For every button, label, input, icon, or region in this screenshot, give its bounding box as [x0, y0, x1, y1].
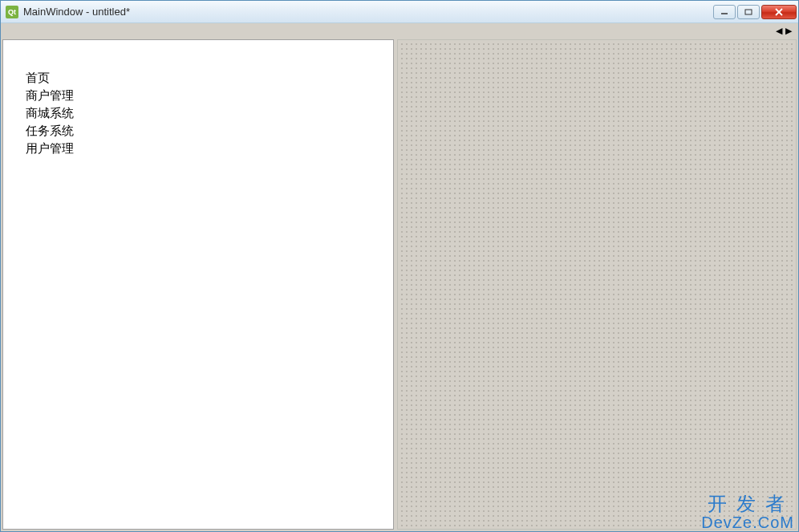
titlebar[interactable]: Qt MainWindow - untitled* [1, 1, 798, 23]
close-button[interactable] [761, 5, 797, 19]
window-title: MainWindow - untitled* [23, 6, 713, 18]
menu-list: 首页 商户管理 商城系统 任务系统 用户管理 [26, 69, 393, 157]
tab-scroll-right-icon[interactable]: ▶ [785, 26, 792, 35]
menu-item-user-management[interactable]: 用户管理 [26, 140, 393, 157]
qt-app-icon: Qt [6, 6, 18, 18]
menu-item-task-system[interactable]: 任务系统 [26, 122, 393, 140]
close-icon [774, 8, 784, 16]
content-row: 首页 商户管理 商城系统 任务系统 用户管理 [2, 25, 797, 530]
maximize-button[interactable] [737, 5, 760, 19]
maximize-icon [744, 9, 752, 15]
menu-item-mall-system[interactable]: 商城系统 [26, 104, 393, 122]
window-frame: Qt MainWindow - untitled* ◀ ▶ 首页 [0, 0, 799, 532]
left-panel: 首页 商户管理 商城系统 任务系统 用户管理 [2, 39, 394, 530]
menu-item-merchant-management[interactable]: 商户管理 [26, 87, 393, 104]
svg-rect-1 [745, 10, 752, 14]
tab-scroll-left-icon[interactable]: ◀ [776, 26, 782, 35]
right-panel-designer[interactable] [397, 39, 797, 530]
window-controls [713, 5, 797, 19]
minimize-icon [720, 9, 728, 15]
client-area: ◀ ▶ 首页 商户管理 商城系统 任务系统 用户管理 [1, 23, 798, 531]
menu-item-home[interactable]: 首页 [26, 69, 393, 87]
minimize-button[interactable] [713, 5, 736, 19]
tab-scroll-controls: ◀ ▶ [776, 26, 792, 35]
